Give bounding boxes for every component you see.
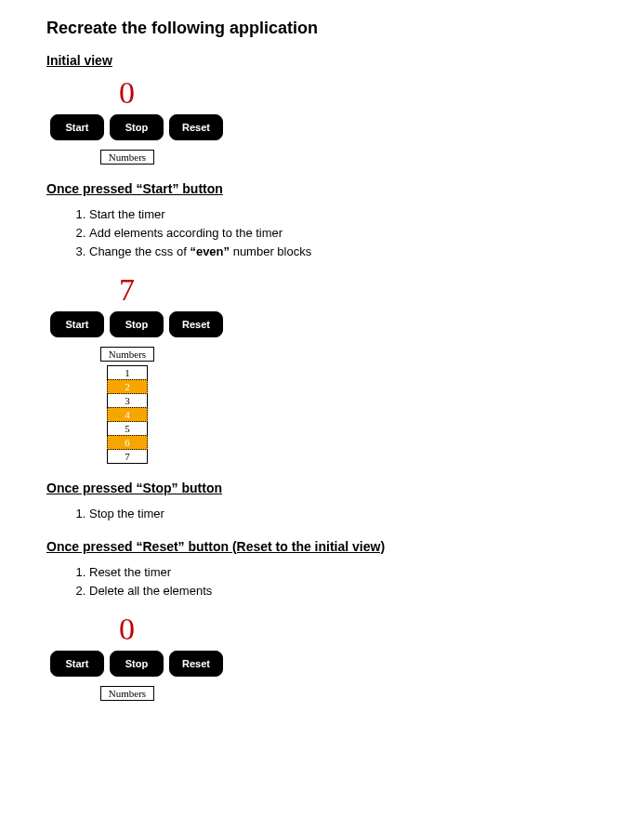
reset-steps-list: Reset the timer Delete all the elements — [46, 563, 598, 600]
list-item: Change the css of “even” number blocks — [89, 243, 598, 261]
reset-button[interactable]: Reset — [169, 651, 223, 677]
number-cell-even: 2 — [107, 379, 148, 394]
button-row: Start Stop Reset — [50, 651, 598, 677]
stop-button[interactable]: Stop — [110, 114, 164, 140]
list-item: Start the timer — [89, 205, 598, 224]
applet-reset: 0 Start Stop Reset Numbers — [50, 613, 598, 701]
text: Change the css of — [89, 244, 190, 258]
heading-start: Once pressed “Start” button — [46, 181, 598, 196]
reset-button[interactable]: Reset — [169, 311, 223, 337]
stop-button[interactable]: Stop — [110, 311, 164, 337]
applet-initial: 0 Start Stop Reset Numbers — [50, 77, 598, 165]
numbers-block: Numbers 1 2 3 4 5 6 7 — [100, 347, 154, 464]
number-cell: 1 — [107, 365, 148, 380]
heading-reset: Once pressed “Reset” button (Reset to th… — [46, 539, 598, 554]
start-button[interactable]: Start — [50, 651, 104, 677]
heading-stop: Once pressed “Stop” button — [46, 481, 598, 495]
number-cell: 3 — [107, 394, 148, 408]
list-item: Reset the timer — [89, 563, 598, 582]
numbers-header: Numbers — [100, 150, 154, 165]
number-cell-even: 6 — [107, 435, 148, 450]
page-title: Recreate the following application — [46, 19, 598, 38]
list-item: Add elements according to the timer — [89, 224, 598, 243]
reset-button[interactable]: Reset — [169, 114, 223, 140]
start-button[interactable]: Start — [50, 311, 104, 337]
counter-display: 0 — [119, 613, 598, 645]
list-item: Stop the timer — [89, 505, 598, 523]
start-steps-list: Start the timer Add elements according t… — [46, 205, 598, 261]
stop-steps-list: Stop the timer — [46, 505, 598, 523]
text: number blocks — [230, 244, 311, 258]
numbers-header: Numbers — [100, 347, 154, 362]
number-cell: 5 — [107, 422, 148, 436]
applet-running: 7 Start Stop Reset Numbers 1 2 3 4 5 6 7 — [50, 274, 598, 464]
text-bold: “even” — [190, 244, 230, 258]
list-item: Delete all the elements — [89, 582, 598, 600]
number-cell-even: 4 — [107, 407, 148, 422]
counter-display: 7 — [119, 274, 598, 306]
counter-display: 0 — [119, 77, 598, 109]
numbers-block: Numbers — [100, 150, 154, 165]
numbers-header: Numbers — [100, 686, 154, 701]
numbers-block: Numbers — [100, 686, 154, 701]
stop-button[interactable]: Stop — [110, 651, 164, 677]
number-cell: 7 — [107, 450, 148, 464]
button-row: Start Stop Reset — [50, 311, 598, 337]
heading-initial-view: Initial view — [46, 53, 598, 68]
start-button[interactable]: Start — [50, 114, 104, 140]
button-row: Start Stop Reset — [50, 114, 598, 140]
